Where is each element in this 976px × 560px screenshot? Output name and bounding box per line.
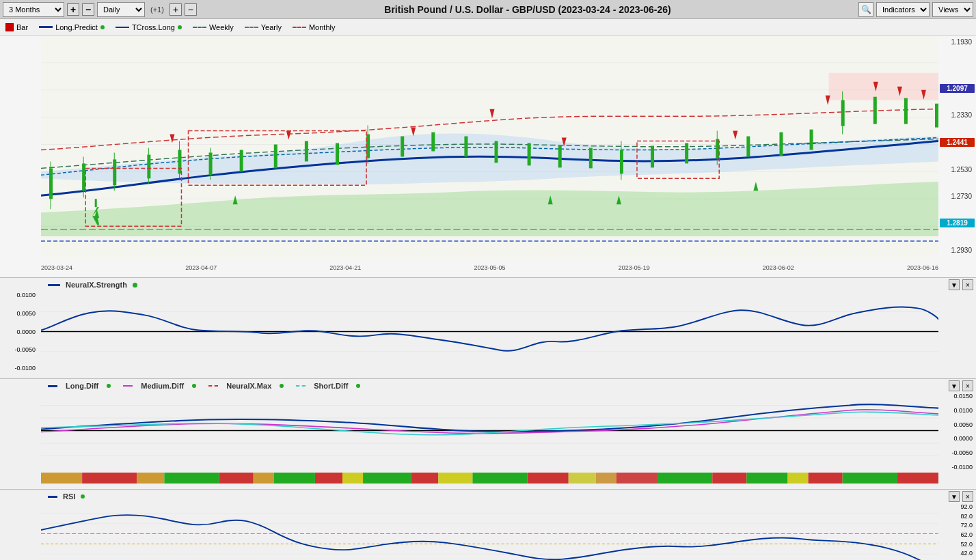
svg-rect-97	[897, 473, 938, 484]
panel2-mediumdiff-label: Medium.Diff	[141, 382, 184, 390]
legend-weekly-item: Weekly	[193, 23, 234, 31]
legend-tcrosslong-label: TCross.Long	[132, 23, 175, 31]
panel1-line-icon	[48, 284, 60, 286]
svg-rect-79	[254, 473, 274, 484]
increment-label: (+1)	[148, 5, 167, 14]
legend-yearly-item: Yearly	[245, 23, 282, 31]
panel1-svg-area	[41, 292, 938, 372]
svg-rect-83	[363, 473, 411, 484]
date-0505: 2023-05-05	[474, 264, 505, 271]
svg-rect-74	[41, 473, 82, 484]
svg-rect-75	[82, 473, 137, 484]
svg-rect-86	[472, 473, 527, 484]
legend-longpredict-item: Long.Predict	[39, 23, 105, 31]
panel1-level-4: -0.0050	[1, 346, 38, 353]
legend-monthly-label: Monthly	[309, 23, 336, 31]
search-icon[interactable]: 🔍	[858, 2, 873, 17]
date-0602: 2023-06-02	[763, 264, 794, 271]
svg-rect-45	[904, 98, 908, 124]
svg-rect-96	[843, 473, 897, 484]
period-plus-btn[interactable]: +	[67, 3, 79, 16]
pink-area	[829, 73, 938, 100]
legend-monthly-item: Monthly	[293, 23, 336, 31]
toolbar: 3 Months 1 Day1 Week1 Month 6 Months1 Ye…	[0, 0, 976, 19]
chart-title: British Pound / U.S. Dollar - GBP/USD (2…	[200, 4, 856, 15]
views-select[interactable]: Views	[932, 2, 973, 17]
panel2-mediumdiff-dot	[192, 384, 196, 388]
panel2-right-4: 0.0000	[940, 435, 975, 442]
panel2-svg-area	[41, 393, 938, 468]
panel2-right-2: 0.0100	[940, 407, 975, 414]
date-0519: 2023-05-19	[619, 264, 650, 271]
price-badge-2441: 1.2441	[940, 138, 975, 147]
panel1-title: NeuralX.Strength	[66, 281, 127, 289]
panel2-header: Long.Diff Medium.Diff NeuralX.Max Short.…	[48, 382, 360, 390]
panel3-header: RSI	[48, 492, 85, 501]
svg-rect-80	[274, 473, 315, 484]
svg-rect-95	[809, 473, 843, 484]
panel1-controls: ▼ ×	[949, 279, 973, 290]
svg-rect-87	[528, 473, 569, 484]
panel2-neuralxmax-dot	[280, 384, 284, 388]
panel3-right-1: 92.0	[940, 503, 975, 510]
bar-icon	[5, 23, 14, 31]
svg-rect-88	[569, 473, 596, 484]
panel2-close-btn[interactable]: ×	[962, 380, 973, 391]
svg-rect-76	[137, 473, 164, 484]
panel1-dropdown-btn[interactable]: ▼	[949, 279, 960, 290]
svg-rect-92	[712, 473, 746, 484]
price-2330: 1.2330	[940, 111, 975, 119]
date-0616: 2023-06-16	[907, 264, 938, 271]
panel2-neuralxmax-label: NeuralX.Max	[226, 382, 271, 390]
longpredict-icon	[39, 26, 53, 28]
svg-rect-27	[431, 132, 435, 152]
panel1-level-3: 0.0000	[1, 328, 38, 335]
svg-rect-29	[495, 141, 498, 163]
panel-rsi: RSI ▼ × 92.0 82.0 72.0 62.0 52.0 42.0 32…	[0, 490, 976, 560]
svg-rect-21	[274, 145, 277, 169]
weekly-icon	[193, 27, 206, 28]
longpredict-dot	[100, 25, 105, 29]
panel2-shortdiff-label: Short.Diff	[314, 382, 348, 390]
date-0324: 2023-03-24	[41, 264, 72, 271]
svg-rect-39	[746, 137, 750, 157]
svg-rect-41	[810, 130, 813, 150]
period-select[interactable]: 3 Months 1 Day1 Week1 Month 6 Months1 Ye…	[3, 2, 64, 17]
panel3-close-btn[interactable]: ×	[962, 491, 973, 502]
svg-rect-94	[787, 473, 808, 484]
panel3-svg	[41, 503, 938, 560]
price-1930: 1.1930	[940, 38, 975, 46]
price-2730: 1.2730	[940, 193, 975, 200]
panel1-close-btn[interactable]: ×	[962, 279, 973, 290]
panel2-colorbar-svg	[41, 473, 938, 484]
svg-rect-23	[336, 143, 339, 165]
panel3-right-6: 42.0	[940, 550, 975, 557]
tcrosslong-icon	[116, 27, 129, 28]
svg-rect-89	[596, 473, 616, 484]
svg-rect-82	[342, 473, 363, 484]
main-chart-svg-area	[41, 36, 938, 257]
legend-bar: Bar Long.Predict TCross.Long Weekly Year…	[0, 19, 976, 36]
interval-select[interactable]: DailyWeeklyMonthly	[97, 2, 145, 17]
panel2-shortdiff-icon	[296, 385, 306, 387]
panel2-mediumdiff-icon	[123, 385, 133, 387]
date-0407: 2023-04-07	[185, 264, 217, 271]
panel2-controls: ▼ ×	[949, 380, 973, 391]
svg-rect-32	[589, 148, 593, 168]
panel3-dropdown-btn[interactable]: ▼	[949, 491, 960, 502]
legend-weekly-label: Weekly	[209, 23, 234, 31]
panel2-longdiff-dot	[107, 384, 111, 388]
increment-plus-btn[interactable]: +	[170, 3, 182, 16]
period-minus-btn[interactable]: −	[82, 3, 94, 16]
main-chart[interactable]: 1.1930 1.2097 1.2330 1.2441 1.2530 1.273…	[0, 36, 976, 278]
panel2-dropdown-btn[interactable]: ▼	[949, 380, 960, 391]
panel3-svg-area	[41, 503, 938, 560]
svg-rect-40	[779, 132, 783, 156]
price-2530: 1.2530	[940, 166, 975, 173]
increment-minus-btn[interactable]: −	[185, 3, 197, 16]
indicators-select[interactable]: Indicators	[876, 2, 930, 17]
svg-rect-81	[315, 473, 342, 484]
date-axis: 2023-03-24 2023-04-07 2023-04-21 2023-05…	[41, 258, 938, 277]
svg-rect-31	[558, 146, 562, 168]
legend-tcrosslong-item: TCross.Long	[116, 23, 182, 31]
